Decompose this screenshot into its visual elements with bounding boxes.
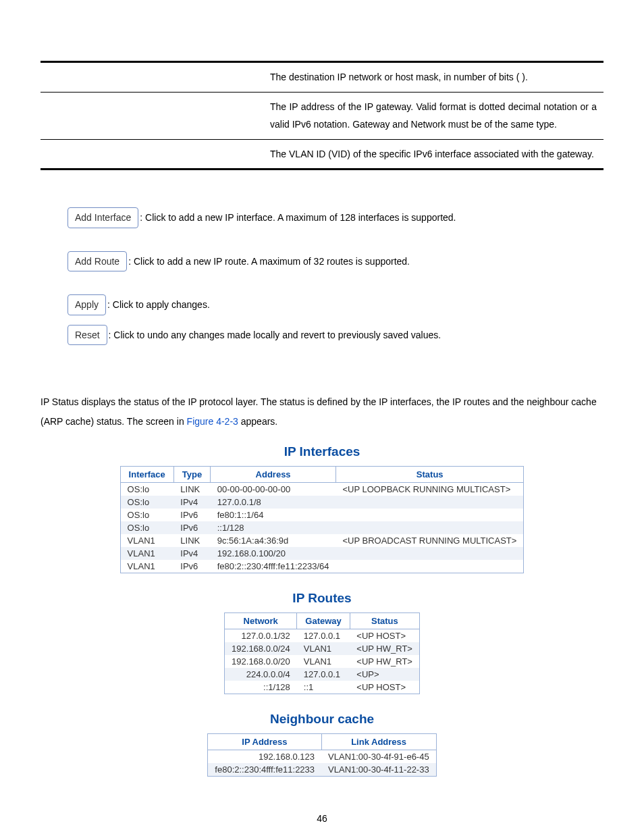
table-row: fe80:2::230:4fff:fe11:2233VLAN1:00-30-4f…	[208, 763, 436, 777]
table-cell: VLAN1	[120, 560, 173, 573]
column-header: Network	[225, 613, 297, 629]
table-cell	[336, 521, 524, 534]
table-cell: 127.0.0.1	[297, 668, 350, 681]
table-cell	[336, 496, 524, 509]
table-row: VLAN1LINK9c:56:1A:a4:36:9d<UP BROADCAST …	[120, 534, 524, 547]
param-desc: The IP address of the IP gateway. Valid …	[263, 92, 603, 139]
table-cell: <UP HOST>	[350, 681, 419, 694]
table-cell: 127.0.0.1/32	[225, 629, 297, 642]
ip-interfaces-title: IP Interfaces	[41, 444, 603, 459]
figure-link[interactable]: Figure 4-2-3	[187, 416, 238, 427]
table-row: 192.168.0.0/20VLAN1<UP HW_RT>	[225, 655, 420, 668]
page-number: 46	[41, 813, 603, 824]
table-row: 192.168.0.0/24VLAN1<UP HW_RT>	[225, 642, 420, 655]
column-header: Interface	[120, 466, 173, 482]
table-row: 224.0.0.0/4127.0.0.1<UP>	[225, 668, 420, 681]
table-cell: IPv6	[173, 509, 210, 521]
table-row: VLAN1IPv6fe80:2::230:4fff:fe11:2233/64	[120, 560, 524, 573]
table-cell: VLAN1	[297, 642, 350, 655]
column-header: Address	[211, 466, 336, 482]
table-cell: <UP BROADCAST RUNNING MULTICAST>	[336, 534, 524, 547]
param-field	[149, 139, 263, 168]
table-cell: 192.168.0.123	[208, 750, 321, 763]
table-cell: fe80:2::230:4fff:fe11:2233	[208, 763, 321, 777]
table-cell: <UP HW_RT>	[350, 642, 419, 655]
table-cell: ::1	[297, 681, 350, 694]
column-header: Status	[336, 466, 524, 482]
table-cell: fe80:2::230:4fff:fe11:2233/64	[211, 560, 336, 573]
neighbour-cache-table: IP AddressLink Address 192.168.0.123VLAN…	[207, 733, 436, 777]
param-desc: The VLAN ID (VID) of the specific IPv6 i…	[263, 139, 603, 168]
table-cell: fe80:1::1/64	[211, 509, 336, 521]
param-desc: The destination IP network or host mask,…	[263, 63, 603, 92]
table-row: OS:loLINK00-00-00-00-00-00<UP LOOPBACK R…	[120, 482, 524, 496]
table-cell: LINK	[173, 534, 210, 547]
table-row: 192.168.0.123VLAN1:00-30-4f-91-e6-45	[208, 750, 436, 763]
add-interface-desc: : Click to add a new IP interface. A max…	[140, 212, 456, 223]
table-cell: 127.0.0.1/8	[211, 496, 336, 509]
table-cell: LINK	[173, 482, 210, 496]
table-row: 127.0.0.1/32127.0.0.1<UP HOST>	[225, 629, 420, 642]
column-header: IP Address	[208, 733, 321, 750]
apply-desc: : Click to apply changes.	[107, 299, 210, 310]
ip-routes-table: NetworkGatewayStatus 127.0.0.1/32127.0.0…	[224, 613, 420, 694]
table-cell	[336, 547, 524, 560]
param-label	[41, 92, 149, 139]
table-row: OS:loIPv6fe80:1::1/64	[120, 509, 524, 521]
table-cell: VLAN1	[120, 547, 173, 560]
table-cell: <UP LOOPBACK RUNNING MULTICAST>	[336, 482, 524, 496]
table-cell: 00-00-00-00-00-00	[211, 482, 336, 496]
table-cell: ::1/128	[211, 521, 336, 534]
table-row: ::1/128::1<UP HOST>	[225, 681, 420, 694]
table-row: VLAN1IPv4192.168.0.100/20	[120, 547, 524, 560]
table-cell: 127.0.0.1	[297, 629, 350, 642]
table-cell: VLAN1	[120, 534, 173, 547]
table-cell: VLAN1:00-30-4f-11-22-33	[321, 763, 436, 777]
table-cell: IPv6	[173, 560, 210, 573]
table-cell: IPv6	[173, 521, 210, 534]
table-row: OS:loIPv6::1/128	[120, 521, 524, 534]
table-cell: 192.168.0.0/24	[225, 642, 297, 655]
table-cell: <UP HOST>	[350, 629, 419, 642]
status-paragraph: IP Status displays the status of the IP …	[41, 392, 603, 432]
table-cell: OS:lo	[120, 482, 173, 496]
ip-interfaces-table: InterfaceTypeAddressStatus OS:loLINK00-0…	[120, 466, 525, 573]
table-cell: VLAN1:00-30-4f-91-e6-45	[321, 750, 436, 763]
apply-button[interactable]: Apply	[68, 294, 106, 315]
column-header: Gateway	[297, 613, 350, 629]
add-route-desc: : Click to add a new IP route. A maximum…	[128, 256, 410, 267]
reset-desc: : Click to undo any changes made locally…	[109, 330, 441, 340]
table-cell: ::1/128	[225, 681, 297, 694]
table-cell: 192.168.0.100/20	[211, 547, 336, 560]
table-cell: 224.0.0.0/4	[225, 668, 297, 681]
param-field	[149, 63, 263, 92]
add-route-button[interactable]: Add Route	[68, 251, 127, 271]
table-cell: 9c:56:1A:a4:36:9d	[211, 534, 336, 547]
neighbour-cache-title: Neighbour cache	[41, 712, 603, 727]
buttons-section: Add Interface: Click to add a new IP int…	[41, 207, 603, 345]
param-label	[41, 139, 149, 168]
table-cell: 192.168.0.0/20	[225, 655, 297, 668]
ip-routes-title: IP Routes	[41, 591, 603, 606]
column-header: Type	[173, 466, 210, 482]
parameter-table: The destination IP network or host mask,…	[41, 63, 603, 168]
param-field	[149, 92, 263, 139]
table-cell: VLAN1	[297, 655, 350, 668]
column-header: Link Address	[321, 733, 436, 750]
table-cell	[336, 509, 524, 521]
table-cell: IPv4	[173, 547, 210, 560]
table-cell: IPv4	[173, 496, 210, 509]
table-cell: OS:lo	[120, 509, 173, 521]
add-interface-button[interactable]: Add Interface	[68, 207, 138, 228]
table-cell: OS:lo	[120, 496, 173, 509]
reset-button[interactable]: Reset	[68, 325, 107, 345]
column-header: Status	[350, 613, 419, 629]
table-cell	[336, 560, 524, 573]
table-cell: OS:lo	[120, 521, 173, 534]
table-row: OS:loIPv4127.0.0.1/8	[120, 496, 524, 509]
table-cell: <UP>	[350, 668, 419, 681]
param-label	[41, 63, 149, 92]
table-cell: <UP HW_RT>	[350, 655, 419, 668]
